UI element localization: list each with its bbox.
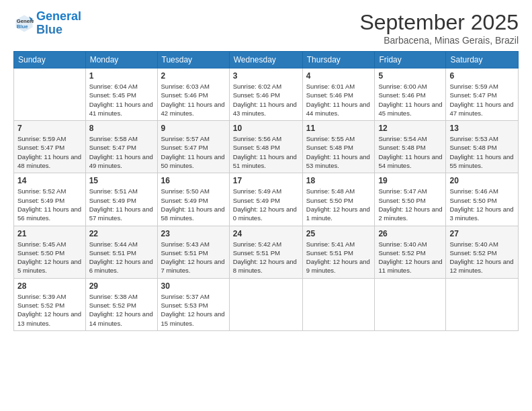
calendar-week-5: 28 Sunrise: 5:39 AMSunset: 5:52 PMDaylig… (14, 278, 519, 330)
day-info: Sunrise: 5:57 AMSunset: 5:47 PMDaylight:… (161, 134, 226, 170)
day-number: 25 (306, 229, 371, 238)
day-number: 24 (233, 229, 299, 238)
calendar-cell: 14 Sunrise: 5:52 AMSunset: 5:49 PMDaylig… (14, 173, 86, 226)
day-info: Sunrise: 5:47 AMSunset: 5:50 PMDaylight:… (378, 187, 442, 222)
calendar-cell: 20 Sunrise: 5:46 AMSunset: 5:50 PMDaylig… (446, 173, 519, 226)
calendar-cell (446, 278, 519, 330)
day-info: Sunrise: 6:01 AMSunset: 5:46 PMDaylight:… (306, 82, 371, 118)
calendar-cell: 21 Sunrise: 5:45 AMSunset: 5:50 PMDaylig… (14, 226, 86, 278)
day-number: 12 (378, 124, 442, 133)
day-number: 2 (161, 71, 226, 81)
calendar-cell: 10 Sunrise: 5:56 AMSunset: 5:48 PMDaylig… (229, 121, 302, 173)
day-number: 22 (89, 229, 154, 238)
calendar-cell: 17 Sunrise: 5:49 AMSunset: 5:49 PMDaylig… (229, 173, 302, 226)
logo-line2: Blue (36, 23, 62, 36)
day-info: Sunrise: 5:41 AMSunset: 5:51 PMDaylight:… (306, 240, 371, 275)
day-number: 29 (89, 281, 154, 291)
day-number: 19 (378, 176, 442, 185)
calendar-cell: 28 Sunrise: 5:39 AMSunset: 5:52 PMDaylig… (14, 278, 86, 330)
day-info: Sunrise: 5:42 AMSunset: 5:51 PMDaylight:… (233, 240, 299, 275)
calendar-cell: 7 Sunrise: 5:59 AMSunset: 5:47 PMDayligh… (14, 121, 86, 173)
calendar-cell: 19 Sunrise: 5:47 AMSunset: 5:50 PMDaylig… (375, 173, 446, 226)
calendar-cell (302, 278, 375, 330)
day-info: Sunrise: 5:46 AMSunset: 5:50 PMDaylight:… (449, 187, 515, 222)
calendar-cell: 29 Sunrise: 5:38 AMSunset: 5:52 PMDaylig… (85, 278, 157, 330)
day-number: 17 (233, 176, 299, 185)
day-info: Sunrise: 5:44 AMSunset: 5:51 PMDaylight:… (89, 240, 154, 275)
calendar-cell (375, 278, 446, 330)
day-number: 14 (17, 176, 82, 185)
day-info: Sunrise: 5:51 AMSunset: 5:49 PMDaylight:… (89, 187, 154, 222)
calendar-header-row: Sunday Monday Tuesday Wednesday Thursday… (14, 52, 519, 68)
calendar-cell: 18 Sunrise: 5:48 AMSunset: 5:50 PMDaylig… (302, 173, 375, 226)
calendar-cell: 2 Sunrise: 6:03 AMSunset: 5:46 PMDayligh… (157, 68, 229, 121)
calendar-cell: 27 Sunrise: 5:40 AMSunset: 5:52 PMDaylig… (446, 226, 519, 278)
svg-text:Blue: Blue (17, 24, 28, 30)
day-info: Sunrise: 5:50 AMSunset: 5:49 PMDaylight:… (161, 187, 226, 222)
day-number: 1 (89, 71, 154, 81)
header-wednesday: Wednesday (229, 52, 302, 68)
calendar-cell: 24 Sunrise: 5:42 AMSunset: 5:51 PMDaylig… (229, 226, 302, 278)
day-info: Sunrise: 5:43 AMSunset: 5:51 PMDaylight:… (161, 240, 226, 275)
day-info: Sunrise: 5:56 AMSunset: 5:48 PMDaylight:… (233, 134, 299, 170)
day-number: 13 (449, 124, 515, 133)
day-info: Sunrise: 5:38 AMSunset: 5:52 PMDaylight:… (89, 292, 154, 328)
day-info: Sunrise: 5:37 AMSunset: 5:53 PMDaylight:… (161, 292, 226, 328)
day-info: Sunrise: 5:59 AMSunset: 5:47 PMDaylight:… (17, 134, 82, 170)
calendar-cell: 6 Sunrise: 5:59 AMSunset: 5:47 PMDayligh… (446, 68, 519, 121)
day-info: Sunrise: 6:03 AMSunset: 5:46 PMDaylight:… (161, 82, 226, 118)
day-info: Sunrise: 5:58 AMSunset: 5:47 PMDaylight:… (89, 134, 154, 170)
calendar-week-3: 14 Sunrise: 5:52 AMSunset: 5:49 PMDaylig… (14, 173, 519, 226)
day-info: Sunrise: 6:04 AMSunset: 5:45 PMDaylight:… (89, 82, 154, 118)
subtitle: Barbacena, Minas Gerais, Brazil (359, 35, 519, 46)
day-number: 11 (306, 124, 371, 133)
day-info: Sunrise: 6:02 AMSunset: 5:46 PMDaylight:… (233, 82, 299, 118)
day-number: 10 (233, 124, 299, 133)
calendar-cell: 11 Sunrise: 5:55 AMSunset: 5:48 PMDaylig… (302, 121, 375, 173)
day-number: 7 (17, 124, 82, 133)
day-info: Sunrise: 5:53 AMSunset: 5:48 PMDaylight:… (449, 134, 515, 170)
title-block: September 2025 Barbacena, Minas Gerais, … (359, 10, 519, 46)
calendar-cell: 25 Sunrise: 5:41 AMSunset: 5:51 PMDaylig… (302, 226, 375, 278)
day-number: 30 (161, 281, 226, 291)
calendar-cell (14, 68, 86, 121)
day-info: Sunrise: 5:49 AMSunset: 5:49 PMDaylight:… (233, 187, 299, 222)
header-sunday: Sunday (14, 52, 86, 68)
calendar-cell: 13 Sunrise: 5:53 AMSunset: 5:48 PMDaylig… (446, 121, 519, 173)
day-number: 23 (161, 229, 226, 238)
calendar-week-1: 1 Sunrise: 6:04 AMSunset: 5:45 PMDayligh… (14, 68, 519, 121)
calendar-cell: 1 Sunrise: 6:04 AMSunset: 5:45 PMDayligh… (85, 68, 157, 121)
day-info: Sunrise: 5:52 AMSunset: 5:49 PMDaylight:… (17, 187, 82, 222)
day-number: 16 (161, 176, 226, 185)
calendar-week-4: 21 Sunrise: 5:45 AMSunset: 5:50 PMDaylig… (14, 226, 519, 278)
day-info: Sunrise: 5:45 AMSunset: 5:50 PMDaylight:… (17, 240, 82, 275)
logo-line1: General (36, 9, 81, 23)
header-tuesday: Tuesday (157, 52, 229, 68)
page: General Blue General Blue September 2025… (0, 0, 532, 411)
header-thursday: Thursday (302, 52, 375, 68)
header-friday: Friday (375, 52, 446, 68)
month-title: September 2025 (359, 10, 519, 35)
day-number: 18 (306, 176, 371, 185)
calendar-cell: 26 Sunrise: 5:40 AMSunset: 5:52 PMDaylig… (375, 226, 446, 278)
calendar-cell: 23 Sunrise: 5:43 AMSunset: 5:51 PMDaylig… (157, 226, 229, 278)
calendar-cell: 4 Sunrise: 6:01 AMSunset: 5:46 PMDayligh… (302, 68, 375, 121)
day-number: 27 (449, 229, 515, 238)
day-info: Sunrise: 5:39 AMSunset: 5:52 PMDaylight:… (17, 292, 82, 328)
day-number: 5 (378, 71, 442, 81)
day-number: 6 (449, 71, 515, 81)
day-info: Sunrise: 5:54 AMSunset: 5:48 PMDaylight:… (378, 134, 442, 170)
day-info: Sunrise: 5:48 AMSunset: 5:50 PMDaylight:… (306, 187, 371, 222)
day-number: 3 (233, 71, 299, 81)
day-info: Sunrise: 5:55 AMSunset: 5:48 PMDaylight:… (306, 134, 371, 170)
calendar-cell: 3 Sunrise: 6:02 AMSunset: 5:46 PMDayligh… (229, 68, 302, 121)
calendar-cell: 15 Sunrise: 5:51 AMSunset: 5:49 PMDaylig… (85, 173, 157, 226)
day-number: 26 (378, 229, 442, 238)
calendar-cell: 16 Sunrise: 5:50 AMSunset: 5:49 PMDaylig… (157, 173, 229, 226)
day-info: Sunrise: 5:40 AMSunset: 5:52 PMDaylight:… (449, 240, 515, 275)
day-number: 21 (17, 229, 82, 238)
header-monday: Monday (85, 52, 157, 68)
calendar-cell (229, 278, 302, 330)
day-info: Sunrise: 5:40 AMSunset: 5:52 PMDaylight:… (378, 240, 442, 275)
day-info: Sunrise: 6:00 AMSunset: 5:46 PMDaylight:… (378, 82, 442, 118)
